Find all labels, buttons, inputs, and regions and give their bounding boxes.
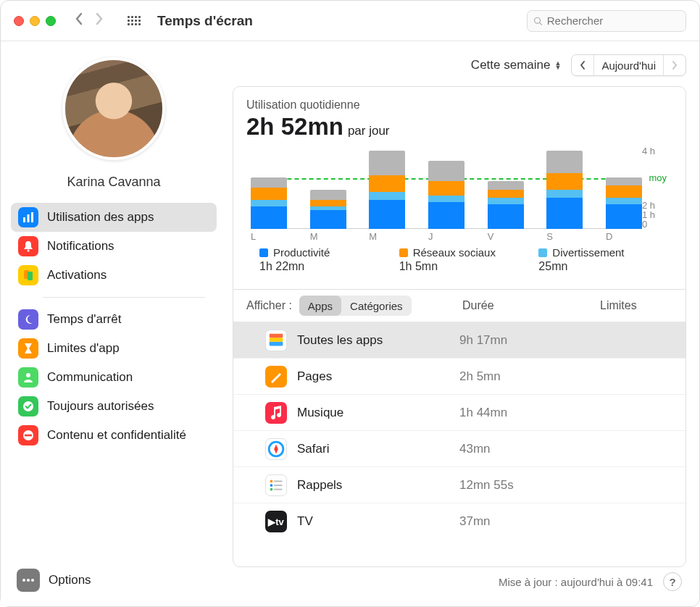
- x-tick: L: [251, 231, 287, 242]
- day-segmented-control: Aujourd'hui: [571, 54, 686, 76]
- svg-point-22: [270, 484, 273, 487]
- bar-segment-entertainment: [428, 196, 464, 202]
- y-axis-ticks: 4 h2 h1 h0: [642, 146, 667, 229]
- svg-rect-23: [274, 485, 282, 486]
- legend-value: 1h 5mn: [399, 260, 520, 273]
- chart-bar[interactable]: [369, 151, 405, 229]
- tv-icon: ▶tv: [265, 511, 287, 532]
- back-button[interactable]: [75, 12, 83, 29]
- bar-segment-productivity: [428, 202, 464, 229]
- sidebar-item-activations[interactable]: Activations: [11, 261, 217, 290]
- sidebar-section-reports: Utilisation des appsNotificationsActivat…: [11, 203, 217, 290]
- sidebar-options[interactable]: Options: [8, 563, 220, 598]
- svg-line-1: [540, 22, 542, 25]
- all-prefs-icon[interactable]: [127, 14, 141, 28]
- close-window-button[interactable]: [14, 16, 24, 26]
- prev-day-button[interactable]: [572, 55, 593, 75]
- svg-rect-11: [25, 435, 32, 437]
- svg-text:▶tv: ▶tv: [267, 516, 284, 527]
- legend-value: 25mn: [538, 260, 659, 273]
- titlebar: Temps d'écran: [1, 1, 699, 41]
- chart-bar[interactable]: [251, 177, 287, 229]
- legend-swatch: [259, 248, 268, 257]
- chart-bar[interactable]: [488, 181, 524, 229]
- sidebar-item-label: Contenu et confidentialité: [47, 428, 186, 443]
- chevron-up-down-icon: ▲▼: [554, 61, 561, 70]
- sidebar-divider: [43, 297, 205, 298]
- top-controls: Cette semaine ▲▼ Aujourd'hui: [233, 49, 686, 82]
- sidebar: Karina Cavanna Utilisation des appsNotif…: [1, 41, 227, 606]
- y-tick: 0: [642, 219, 667, 229]
- legend-swatch: [538, 248, 547, 257]
- col-duration: Durée: [462, 299, 593, 312]
- bell-icon: [18, 236, 38, 256]
- sidebar-item-utilisation-des-apps[interactable]: Utilisation des apps: [11, 203, 217, 232]
- app-duration: 43mn: [459, 442, 590, 456]
- table-row[interactable]: Pages2h 5mn: [233, 358, 686, 394]
- sidebar-item-contenu-et-confidentialit-[interactable]: Contenu et confidentialité: [11, 421, 217, 450]
- svg-point-14: [31, 579, 34, 582]
- y-tick: 4 h: [642, 146, 667, 156]
- range-label: Cette semaine: [471, 58, 551, 72]
- sidebar-item-communication[interactable]: Communication: [11, 363, 217, 392]
- music-note-icon: [265, 402, 287, 424]
- avatar-wrap: [8, 57, 220, 160]
- options-icon: [17, 569, 40, 592]
- search-input[interactable]: [547, 14, 680, 27]
- bar-segment-social: [310, 200, 346, 206]
- tab-categories[interactable]: Catégories: [341, 296, 412, 316]
- svg-rect-3: [28, 214, 30, 222]
- svg-rect-7: [28, 272, 33, 280]
- usage-chart: 4 h2 h1 h0 moy LMMJVSD: [246, 146, 672, 240]
- chart-bar[interactable]: [310, 190, 346, 229]
- legend-label: Réseaux sociaux: [413, 246, 496, 259]
- forward-button[interactable]: [95, 12, 104, 29]
- chart-bar[interactable]: [606, 177, 642, 229]
- app-duration: 1h 44mn: [459, 406, 590, 420]
- tab-apps[interactable]: Apps: [299, 296, 341, 316]
- svg-point-12: [22, 579, 25, 582]
- bar-segment-productivity: [546, 198, 583, 229]
- window-controls: [14, 16, 56, 26]
- sidebar-item-temps-d-arr-t[interactable]: Temps d'arrêt: [11, 305, 217, 334]
- table-row[interactable]: Rappels12mn 55s: [233, 466, 686, 503]
- bar-segment-productivity: [310, 210, 346, 229]
- legend-swatch: [399, 248, 408, 257]
- minimize-window-button[interactable]: [30, 16, 40, 26]
- chart-bar[interactable]: [546, 151, 583, 229]
- svg-rect-16: [270, 338, 283, 342]
- content: Cette semaine ▲▼ Aujourd'hui: [227, 41, 699, 606]
- sidebar-item-limites-d-app[interactable]: Limites d'app: [11, 334, 217, 363]
- today-button[interactable]: Aujourd'hui: [594, 55, 663, 75]
- app-name: TV: [297, 514, 449, 529]
- chart-bar[interactable]: [428, 161, 464, 229]
- bar-segment-other: [488, 181, 524, 189]
- svg-point-20: [270, 480, 273, 482]
- app-duration: 9h 17mn: [459, 333, 590, 348]
- next-day-button[interactable]: [664, 55, 686, 75]
- svg-point-24: [270, 487, 273, 490]
- x-tick: M: [310, 231, 346, 242]
- avatar[interactable]: [62, 57, 165, 160]
- table-row[interactable]: Safari43mn: [233, 430, 686, 466]
- bar-chart-icon: [18, 207, 38, 227]
- sidebar-item-toujours-autoris-es[interactable]: Toujours autorisées: [11, 392, 217, 421]
- bar-segment-other: [546, 151, 583, 173]
- table-row[interactable]: Musique1h 44mn: [233, 394, 686, 430]
- bar-segment-social: [251, 188, 287, 200]
- apps-table: Toutes les apps9h 17mnPages2h 5mnMusique…: [233, 322, 686, 539]
- search-field[interactable]: [527, 10, 686, 32]
- legend-label: Productivité: [273, 246, 330, 259]
- x-axis-labels: LMMJVSD: [251, 231, 642, 242]
- sidebar-item-label: Limites d'app: [47, 341, 120, 356]
- table-row[interactable]: Toutes les apps9h 17mn: [233, 322, 686, 358]
- legend-item: Divertissement 25mn: [538, 246, 659, 273]
- help-button[interactable]: ?: [663, 572, 682, 591]
- range-picker[interactable]: Cette semaine ▲▼: [468, 58, 564, 72]
- zoom-window-button[interactable]: [46, 16, 56, 26]
- app-name: Musique: [297, 406, 449, 420]
- sidebar-section-settings: Temps d'arrêtLimites d'appCommunicationT…: [11, 305, 217, 450]
- table-row[interactable]: ▶tvTV37mn: [233, 503, 686, 539]
- sidebar-item-label: Notifications: [47, 239, 114, 254]
- sidebar-item-notifications[interactable]: Notifications: [11, 232, 217, 261]
